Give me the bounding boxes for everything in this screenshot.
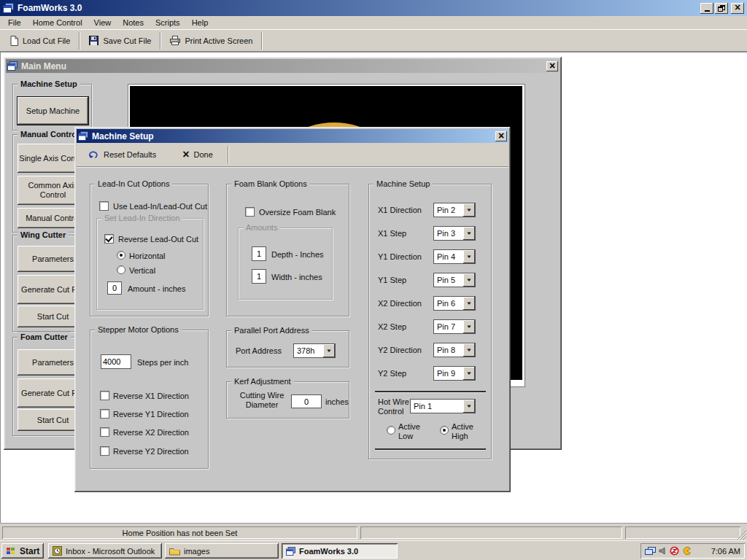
- active-low-radio[interactable]: [387, 426, 395, 435]
- windows-flag-icon: [6, 547, 16, 556]
- y2-direction-select[interactable]: Pin 8: [433, 343, 476, 357]
- chevron-down-icon[interactable]: [323, 344, 335, 357]
- network-icon[interactable]: [645, 547, 656, 556]
- load-cut-file-button[interactable]: Load Cut File: [3, 31, 77, 50]
- chevron-down-icon[interactable]: [463, 343, 475, 357]
- menu-home-control[interactable]: Home Control: [27, 17, 88, 28]
- y2-step-select[interactable]: Pin 9: [433, 366, 476, 381]
- depth-input[interactable]: [252, 246, 266, 261]
- radio-label[interactable]: Horizontal: [129, 252, 166, 260]
- checkbox-label[interactable]: Use Lead-In/Lead-Out Cut: [113, 202, 207, 211]
- chevron-down-icon[interactable]: [463, 227, 475, 240]
- restore-icon: [718, 5, 725, 12]
- steps-per-inch-input[interactable]: [101, 354, 131, 369]
- use-lead-in-out-checkbox[interactable]: [99, 201, 109, 211]
- kerf-diameter-input[interactable]: [291, 394, 322, 408]
- task-button-outlook[interactable]: Inbox - Microsoft Outlook: [48, 543, 162, 559]
- chevron-down-icon[interactable]: [463, 297, 475, 310]
- print-active-screen-button[interactable]: Print Active Screen: [163, 31, 260, 50]
- pin-row-label: Y2 Direction: [378, 346, 422, 354]
- dialog-titlebar[interactable]: Machine Setup: [77, 129, 508, 143]
- group-title: Amounts: [243, 222, 280, 233]
- reverse-x2-checkbox[interactable]: [100, 427, 109, 437]
- checkbox-label[interactable]: Reverse Lead-Out Cut: [118, 235, 198, 244]
- chevron-down-icon[interactable]: [463, 203, 475, 217]
- hot-wire-control-select[interactable]: Pin 1: [410, 399, 476, 413]
- pin-value: Pin 3: [434, 227, 463, 240]
- button-label: Start Cut: [37, 416, 69, 425]
- checkbox-label[interactable]: Reverse X1 Direction: [113, 392, 189, 400]
- chevron-down-icon[interactable]: [463, 320, 475, 333]
- dialog-title: Machine Setup: [92, 131, 495, 141]
- checkbox-label[interactable]: Oversize Foam Blank: [259, 208, 336, 217]
- disabled-status-icon[interactable]: [670, 546, 679, 556]
- y1-direction-select[interactable]: Pin 4: [433, 249, 476, 264]
- check-icon: [105, 235, 112, 243]
- menu-file[interactable]: File: [2, 17, 27, 28]
- chevron-down-icon[interactable]: [463, 250, 475, 263]
- dialog-close-button[interactable]: [495, 131, 507, 141]
- button-label: Setup Machine: [26, 106, 80, 116]
- status-message: Home Position has not been Set: [123, 529, 238, 537]
- chevron-down-icon[interactable]: [463, 367, 475, 380]
- active-high-radio[interactable]: [440, 426, 449, 435]
- amount-input[interactable]: [107, 281, 122, 295]
- volume-icon[interactable]: [659, 547, 667, 555]
- start-button[interactable]: Start: [1, 543, 44, 559]
- vertical-radio[interactable]: [117, 265, 125, 274]
- task-button-foamworks[interactable]: FoamWorks 3.0: [282, 543, 398, 559]
- pin-row-label: X1 Step: [378, 229, 406, 238]
- chevron-down-icon[interactable]: [463, 273, 475, 287]
- width-input[interactable]: [252, 269, 266, 284]
- group-title: Foam Cutter: [18, 332, 71, 342]
- reverse-x1-checkbox[interactable]: [100, 391, 109, 400]
- y1-step-select[interactable]: Pin 5: [433, 273, 476, 287]
- menu-notes[interactable]: Notes: [117, 17, 150, 28]
- system-tray: 7:06 AM: [640, 543, 745, 559]
- menu-view[interactable]: View: [88, 17, 117, 28]
- radio-label[interactable]: Active High: [452, 422, 473, 441]
- horizontal-radio[interactable]: [117, 251, 125, 260]
- x2-direction-select[interactable]: Pin 6: [433, 296, 476, 311]
- reset-defaults-button[interactable]: Reset Defaults: [81, 145, 163, 164]
- folder-icon: [169, 547, 180, 556]
- main-menu-titlebar[interactable]: Main Menu: [6, 59, 560, 73]
- oversize-foam-blank-checkbox[interactable]: [245, 207, 255, 217]
- resize-grip[interactable]: [738, 531, 746, 540]
- x2-step-select[interactable]: Pin 7: [433, 319, 476, 334]
- agent-c-icon[interactable]: [682, 546, 692, 556]
- x1-step-select[interactable]: Pin 3: [433, 226, 476, 241]
- radio-label[interactable]: Active Low: [398, 422, 420, 441]
- minimize-button[interactable]: [700, 3, 713, 14]
- checkbox-label[interactable]: Reverse Y1 Direction: [113, 410, 189, 419]
- save-cut-file-button[interactable]: Save Cut File: [82, 31, 158, 50]
- group-title: Stepper Motor Options: [95, 324, 182, 335]
- pin-row-label: Y1 Step: [378, 276, 406, 284]
- outlook-icon: [53, 546, 62, 556]
- x1-direction-select[interactable]: Pin 2: [433, 203, 476, 217]
- main-menu-close-button[interactable]: [546, 61, 558, 71]
- status-panel: [625, 526, 740, 539]
- close-button[interactable]: [731, 3, 744, 14]
- foam-blank-options-group: Foam Blank Options Oversize Foam Blank A…: [226, 184, 349, 316]
- group-title: Kerf Adjustment: [231, 376, 294, 386]
- checkbox-label[interactable]: Reverse X2 Direction: [113, 428, 189, 437]
- radio-dot: [120, 254, 123, 257]
- reverse-y1-checkbox[interactable]: [100, 409, 109, 419]
- maximize-restore-button[interactable]: [715, 3, 728, 14]
- reverse-lead-out-checkbox[interactable]: [104, 234, 114, 244]
- checkbox-label[interactable]: Reverse Y2 Direction: [113, 447, 189, 456]
- menu-help[interactable]: Help: [186, 17, 214, 28]
- reverse-y2-checkbox[interactable]: [100, 446, 109, 456]
- port-address-select[interactable]: 378h: [293, 343, 336, 358]
- pin-value: Pin 2: [434, 203, 463, 217]
- close-icon: [549, 61, 555, 71]
- chevron-down-icon[interactable]: [463, 400, 475, 413]
- button-label: Parameters: [32, 358, 74, 368]
- task-button-images[interactable]: images: [165, 543, 279, 559]
- radio-label[interactable]: Vertical: [129, 266, 155, 275]
- menu-scripts[interactable]: Scripts: [150, 17, 186, 28]
- app-titlebar[interactable]: FoamWorks 3.0: [0, 0, 747, 16]
- done-button[interactable]: Done: [175, 145, 220, 164]
- setup-machine-button[interactable]: Setup Machine: [18, 97, 88, 125]
